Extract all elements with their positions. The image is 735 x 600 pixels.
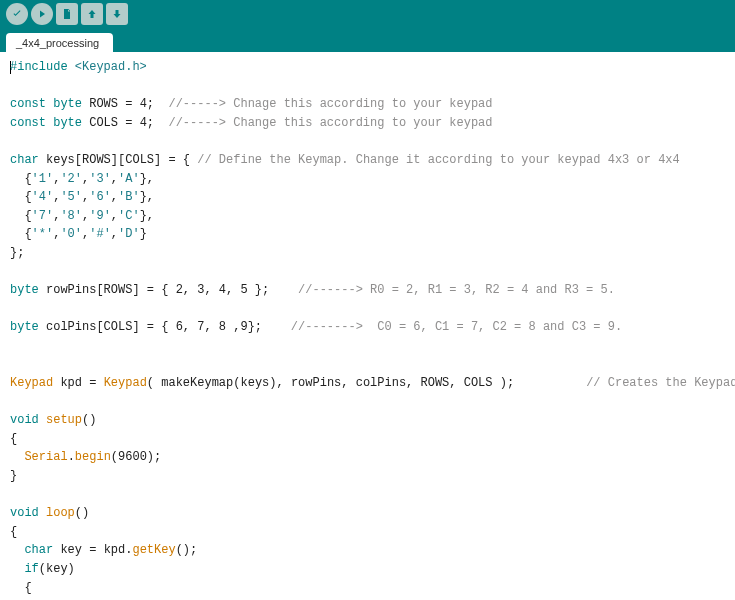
open-button[interactable]: [81, 3, 103, 25]
tab-sketch[interactable]: _4x4_processing: [6, 33, 113, 52]
new-button[interactable]: [56, 3, 78, 25]
save-button[interactable]: [106, 3, 128, 25]
tab-bar: _4x4_processing: [0, 28, 735, 52]
arrow-down-icon: [111, 8, 123, 20]
arrow-right-icon: [36, 8, 48, 20]
code-editor[interactable]: #include <Keypad.h> const byte ROWS = 4;…: [0, 52, 735, 600]
toolbar: [0, 0, 735, 28]
verify-button[interactable]: [6, 3, 28, 25]
arrow-up-icon: [86, 8, 98, 20]
file-icon: [61, 8, 73, 20]
upload-button[interactable]: [31, 3, 53, 25]
check-icon: [11, 8, 23, 20]
